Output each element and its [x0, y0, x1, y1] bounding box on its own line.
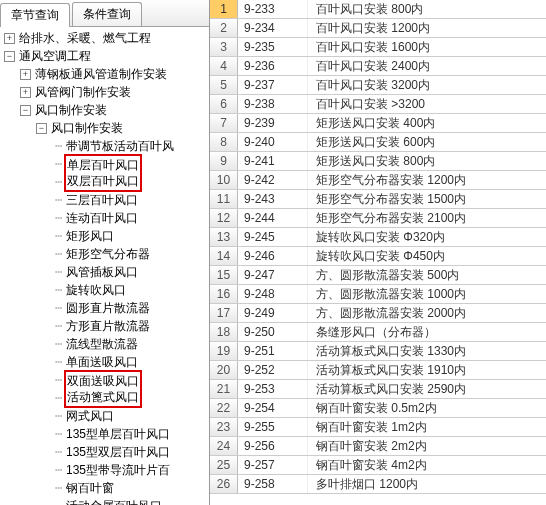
tree-node[interactable]: ┄单层百叶风口 [4, 155, 209, 173]
tree-node[interactable]: ┄135型双层百叶风口 [4, 443, 209, 461]
tree-node[interactable]: ┄钢百叶窗 [4, 479, 209, 497]
row-code: 9-253 [238, 380, 308, 398]
left-panel: 章节查询 条件查询 +给排水、采暖、燃气工程−通风空调工程+薄钢板通风管道制作安… [0, 0, 210, 505]
tree-node[interactable]: ┄流线型散流器 [4, 335, 209, 353]
tree-label[interactable]: 活动金属百叶风口 [64, 497, 164, 505]
tree-node[interactable]: +给排水、采暖、燃气工程 [4, 29, 209, 47]
tree-node[interactable]: ┄连动百叶风口 [4, 209, 209, 227]
table-row[interactable]: 249-256钢百叶窗安装 2m2内 [210, 437, 546, 456]
tree-node[interactable]: ┄网式风口 [4, 407, 209, 425]
tree-label[interactable]: 单面送吸风口 [64, 353, 140, 371]
table-row[interactable]: 229-254钢百叶窗安装 0.5m2内 [210, 399, 546, 418]
table-row[interactable]: 269-258多叶排烟口 1200内 [210, 475, 546, 494]
table-row[interactable]: 109-242矩形空气分布器安装 1200内 [210, 171, 546, 190]
expand-icon[interactable]: + [20, 69, 31, 80]
table-row[interactable]: 189-250条缝形风口（分布器） [210, 323, 546, 342]
table-row[interactable]: 169-248方、圆形散流器安装 1000内 [210, 285, 546, 304]
table-row[interactable]: 69-238百叶风口安装 >3200 [210, 95, 546, 114]
tree-node[interactable]: ┄带调节板活动百叶风 [4, 137, 209, 155]
tree-node[interactable]: ┄方形直片散流器 [4, 317, 209, 335]
expand-icon[interactable]: + [4, 33, 15, 44]
tree-node[interactable]: ┄矩形风口 [4, 227, 209, 245]
tree-label[interactable]: 方形直片散流器 [64, 317, 152, 335]
table-row[interactable]: 259-257钢百叶窗安装 4m2内 [210, 456, 546, 475]
tree-label[interactable]: 135型单层百叶风口 [64, 425, 172, 443]
tree-label[interactable]: 风口制作安装 [33, 101, 109, 119]
row-desc: 百叶风口安装 3200内 [308, 76, 546, 94]
tree-label[interactable]: 风管插板风口 [64, 263, 140, 281]
tree-node[interactable]: +薄钢板通风管道制作安装 [4, 65, 209, 83]
table-row[interactable]: 29-234百叶风口安装 1200内 [210, 19, 546, 38]
row-desc: 百叶风口安装 >3200 [308, 95, 546, 113]
tree-label[interactable]: 流线型散流器 [64, 335, 140, 353]
tree-node[interactable]: ┄矩形空气分布器 [4, 245, 209, 263]
tree-label[interactable]: 旋转吹风口 [64, 281, 128, 299]
expand-icon[interactable]: + [20, 87, 31, 98]
row-number: 26 [210, 475, 238, 493]
table-row[interactable]: 59-237百叶风口安装 3200内 [210, 76, 546, 95]
collapse-icon[interactable]: − [4, 51, 15, 62]
tree-label[interactable]: 135型双层百叶风口 [64, 443, 172, 461]
tree-node[interactable]: +风管阀门制作安装 [4, 83, 209, 101]
tree-label[interactable]: 连动百叶风口 [64, 209, 140, 227]
tree-node[interactable]: ┄双层百叶风口 [4, 173, 209, 191]
tree-label[interactable]: 矩形空气分布器 [64, 245, 152, 263]
tree-label[interactable]: 风口制作安装 [49, 119, 125, 137]
tree-label[interactable]: 135型带导流叶片百 [64, 461, 172, 479]
data-grid[interactable]: 19-233百叶风口安装 800内29-234百叶风口安装 1200内39-23… [210, 0, 546, 505]
tree-node[interactable]: ┄圆形直片散流器 [4, 299, 209, 317]
tree-label[interactable]: 风管阀门制作安装 [33, 83, 133, 101]
tree-label[interactable]: 给排水、采暖、燃气工程 [17, 29, 153, 47]
tree-node[interactable]: ┄135型带导流叶片百 [4, 461, 209, 479]
tree-view[interactable]: +给排水、采暖、燃气工程−通风空调工程+薄钢板通风管道制作安装+风管阀门制作安装… [0, 27, 209, 505]
tab-condition-query[interactable]: 条件查询 [72, 2, 142, 26]
tree-label[interactable]: 三层百叶风口 [64, 191, 140, 209]
tree-node[interactable]: −风口制作安装 [4, 101, 209, 119]
tree-label[interactable]: 矩形风口 [64, 227, 116, 245]
tree-node[interactable]: ┄活动篦式风口 [4, 389, 209, 407]
tree-node[interactable]: ┄旋转吹风口 [4, 281, 209, 299]
tree-node[interactable]: −通风空调工程 [4, 47, 209, 65]
tree-label[interactable]: 单层百叶风口 [64, 154, 142, 174]
tree-node[interactable]: ┄双面送吸风口 [4, 371, 209, 389]
table-row[interactable]: 39-235百叶风口安装 1600内 [210, 38, 546, 57]
tree-label[interactable]: 带调节板活动百叶风 [64, 137, 176, 155]
row-number: 4 [210, 57, 238, 75]
row-code: 9-240 [238, 133, 308, 151]
tree-label[interactable]: 通风空调工程 [17, 47, 93, 65]
tree-label[interactable]: 活动篦式风口 [64, 388, 142, 408]
tree-node[interactable]: ┄风管插板风口 [4, 263, 209, 281]
collapse-icon[interactable]: − [20, 105, 31, 116]
tree-node[interactable]: ┄135型单层百叶风口 [4, 425, 209, 443]
tree-label[interactable]: 双面送吸风口 [64, 370, 142, 390]
table-row[interactable]: 149-246旋转吹风口安装 Φ450内 [210, 247, 546, 266]
leaf-icon: ┄ [52, 299, 64, 317]
tree-node[interactable]: −风口制作安装 [4, 119, 209, 137]
leaf-icon: ┄ [52, 353, 64, 371]
tree-label[interactable]: 圆形直片散流器 [64, 299, 152, 317]
tree-label[interactable]: 双层百叶风口 [64, 172, 142, 192]
table-row[interactable]: 199-251活动算板式风口安装 1330内 [210, 342, 546, 361]
table-row[interactable]: 219-253活动算板式风口安装 2590内 [210, 380, 546, 399]
row-code: 9-236 [238, 57, 308, 75]
table-row[interactable]: 159-247方、圆形散流器安装 500内 [210, 266, 546, 285]
tree-node[interactable]: ┄活动金属百叶风口 [4, 497, 209, 505]
table-row[interactable]: 99-241矩形送风口安装 800内 [210, 152, 546, 171]
table-row[interactable]: 19-233百叶风口安装 800内 [210, 0, 546, 19]
tree-node[interactable]: ┄三层百叶风口 [4, 191, 209, 209]
table-row[interactable]: 139-245旋转吹风口安装 Φ320内 [210, 228, 546, 247]
table-row[interactable]: 239-255钢百叶窗安装 1m2内 [210, 418, 546, 437]
table-row[interactable]: 49-236百叶风口安装 2400内 [210, 57, 546, 76]
table-row[interactable]: 179-249方、圆形散流器安装 2000内 [210, 304, 546, 323]
collapse-icon[interactable]: − [36, 123, 47, 134]
tree-label[interactable]: 钢百叶窗 [64, 479, 116, 497]
tree-label[interactable]: 网式风口 [64, 407, 116, 425]
table-row[interactable]: 89-240矩形送风口安装 600内 [210, 133, 546, 152]
table-row[interactable]: 79-239矩形送风口安装 400内 [210, 114, 546, 133]
table-row[interactable]: 119-243矩形空气分布器安装 1500内 [210, 190, 546, 209]
table-row[interactable]: 209-252活动算板式风口安装 1910内 [210, 361, 546, 380]
tree-label[interactable]: 薄钢板通风管道制作安装 [33, 65, 169, 83]
tab-chapter-query[interactable]: 章节查询 [0, 3, 70, 27]
table-row[interactable]: 129-244矩形空气分布器安装 2100内 [210, 209, 546, 228]
tree-node[interactable]: ┄单面送吸风口 [4, 353, 209, 371]
